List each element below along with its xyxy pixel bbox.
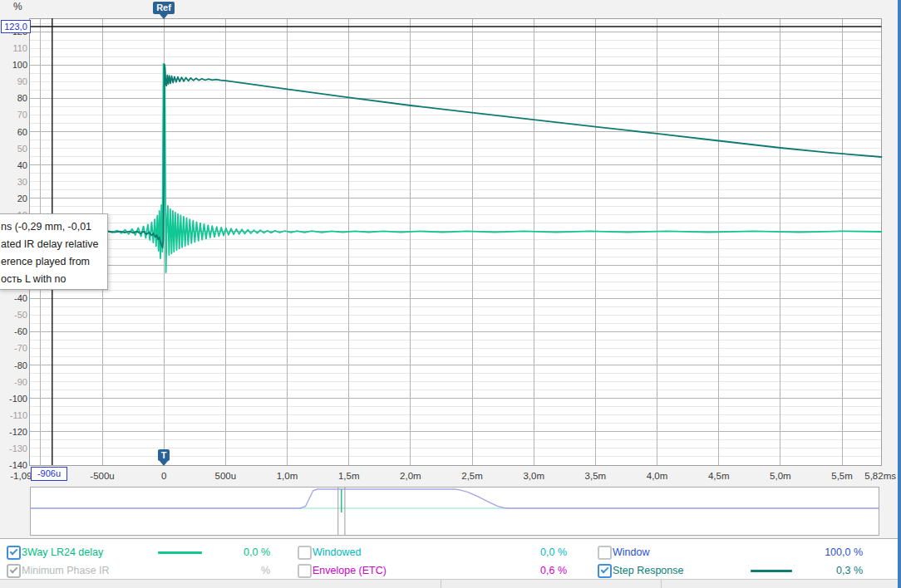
svg-text:500u: 500u	[215, 471, 237, 481]
svg-text:5,0m: 5,0m	[770, 471, 791, 481]
legend-value-3way-lr24-delay: 0,0 %	[162, 546, 270, 559]
checkbox-3way-lr24-delay[interactable]	[7, 546, 21, 560]
legend-label-3way-lr24-delay: 3Way LR24 delay	[22, 546, 103, 559]
svg-text:-90: -90	[14, 377, 27, 387]
legend-value-step-response: 0,3 %	[755, 564, 863, 577]
svg-text:-100: -100	[9, 394, 27, 404]
svg-text:70: 70	[17, 110, 27, 120]
checkbox-windowed[interactable]	[298, 546, 312, 560]
status-bar	[0, 579, 901, 588]
overview-window-curve	[31, 489, 879, 508]
svg-text:60: 60	[17, 127, 27, 137]
svg-text:-110: -110	[10, 410, 27, 420]
svg-text:50: 50	[17, 144, 27, 154]
legend-label-window: Window	[613, 546, 649, 559]
cursor-x-readout: -906u	[31, 467, 67, 481]
ref-marker-flag[interactable]: Ref	[153, 2, 175, 14]
checkmark-icon	[10, 566, 18, 574]
ref-marker-tail	[160, 14, 168, 19]
overview-panel[interactable]	[30, 487, 879, 536]
window-edge-accent	[898, 0, 901, 588]
svg-text:-60: -60	[14, 326, 27, 336]
svg-text:1,5m: 1,5m	[338, 471, 360, 481]
svg-text:-80: -80	[14, 360, 27, 370]
impulse-response-app: % 1201101009080706050403020100-10-20-30-…	[0, 0, 901, 588]
svg-text:20: 20	[17, 194, 27, 203]
checkbox-window[interactable]	[598, 546, 612, 560]
cursor-y-readout: 123,0	[1, 20, 31, 33]
svg-text:5,5m: 5,5m	[831, 471, 853, 481]
legend-label-minimum-phase-ir: Minimum Phase IR	[22, 564, 110, 577]
legend-label-step-response: Step Response	[613, 564, 683, 577]
tooltip-line: ость L with no	[1, 271, 106, 288]
svg-text:-1,09: -1,09	[10, 471, 32, 481]
svg-text:-40: -40	[14, 293, 27, 303]
svg-text:1,0m: 1,0m	[277, 471, 298, 481]
svg-text:-50: -50	[14, 310, 27, 320]
svg-text:2,0m: 2,0m	[400, 471, 421, 481]
legend-label-windowed: Windowed	[313, 546, 361, 559]
t-marker-flag[interactable]: T	[158, 449, 170, 461]
checkbox-step-response[interactable]	[598, 564, 612, 578]
legend-label-envelope-etc-: Envelope (ETC)	[313, 564, 386, 577]
checkbox-minimum-phase-ir[interactable]	[7, 564, 21, 578]
svg-text:4,0m: 4,0m	[647, 471, 668, 481]
svg-text:0: 0	[161, 471, 166, 481]
statusbar-divider	[661, 580, 662, 588]
svg-text:4,5m: 4,5m	[708, 471, 730, 481]
svg-text:-120: -120	[9, 427, 27, 437]
svg-text:30: 30	[17, 177, 27, 187]
svg-text:3,0m: 3,0m	[523, 471, 544, 481]
checkbox-envelope-etc-[interactable]	[298, 564, 312, 578]
legend-value-windowed: 0,0 %	[459, 546, 567, 559]
svg-text:100: 100	[12, 60, 27, 70]
statusbar-divider	[441, 580, 441, 588]
tooltip-line: ns (-0,29 mm, -0,01	[1, 218, 106, 236]
svg-text:90: 90	[17, 76, 27, 86]
main-chart-svg: 1201101009080706050403020100-10-20-30-40…	[0, 0, 901, 483]
svg-text:-500u: -500u	[90, 471, 114, 481]
legend-value-envelope-etc-: 0,6 %	[459, 564, 567, 577]
checkmark-icon	[10, 547, 18, 556]
svg-text:-130: -130	[9, 443, 27, 453]
legend-value-minimum-phase-ir: %	[162, 564, 270, 577]
tooltip-line: erence played from	[1, 253, 106, 271]
svg-text:80: 80	[17, 93, 27, 103]
tooltip: ns (-0,29 mm, -0,01 ated IR delay relati…	[0, 213, 108, 290]
legend-value-window: 100,0 %	[755, 546, 863, 559]
svg-text:5,82ms: 5,82ms	[864, 471, 896, 481]
overview-svg	[31, 488, 879, 535]
svg-text:2,5m: 2,5m	[461, 471, 483, 481]
t-marker-tail	[160, 461, 168, 466]
svg-text:110: 110	[12, 43, 27, 53]
main-chart[interactable]: 1201101009080706050403020100-10-20-30-40…	[0, 0, 901, 483]
svg-text:40: 40	[17, 160, 27, 170]
x-axis-labels: -1,09-500u0500u1,0m1,5m2,0m2,5m3,0m3,5m4…	[10, 471, 896, 481]
legend-panel: 3Way LR24 delay0,0 %Minimum Phase IR%Win…	[0, 538, 901, 579]
tooltip-line: ated IR delay relative	[1, 236, 106, 253]
checkmark-icon	[601, 566, 609, 574]
svg-text:-70: -70	[14, 343, 27, 353]
svg-text:-140: -140	[9, 460, 27, 470]
svg-text:3,5m: 3,5m	[585, 471, 607, 481]
